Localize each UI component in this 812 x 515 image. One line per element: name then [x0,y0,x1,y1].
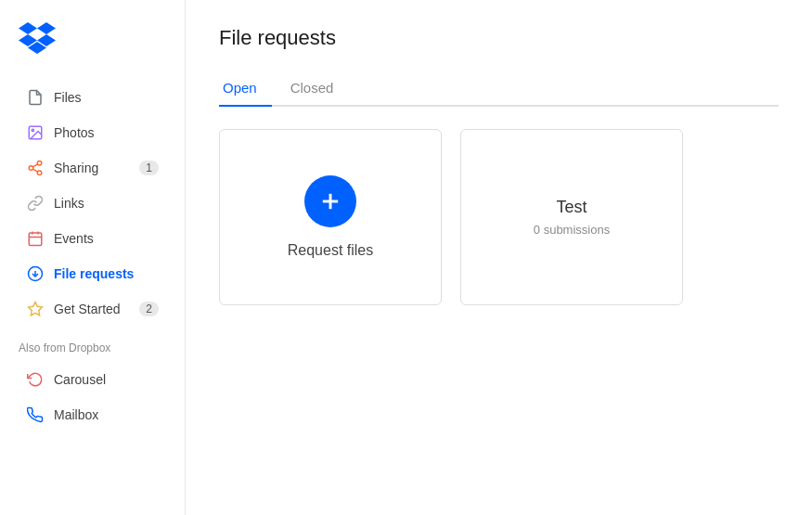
sharing-badge: 1 [139,161,159,175]
page-title: File requests [219,26,779,50]
sidebar-item-get-started[interactable]: Get Started 2 [7,292,177,326]
svg-rect-7 [29,233,42,246]
sidebar: Files Photos [0,0,186,515]
get-started-label: Get Started [54,302,121,316]
mailbox-icon [26,406,45,424]
svg-line-6 [32,164,37,167]
svg-point-3 [29,166,33,171]
files-label: Files [54,90,82,105]
sidebar-item-photos[interactable]: Photos [7,116,177,149]
svg-marker-12 [29,303,43,315]
links-icon [26,194,45,212]
events-icon [26,229,45,248]
sidebar-item-links[interactable]: Links [7,187,177,220]
sidebar-item-sharing[interactable]: Sharing 1 [7,151,177,185]
mailbox-label: Mailbox [54,407,98,422]
also-from-label: Also from Dropbox [0,327,185,362]
add-request-button[interactable] [304,175,356,227]
get-started-icon [26,300,45,318]
svg-point-2 [37,161,42,166]
dropbox-logo[interactable] [0,15,185,80]
file-requests-icon [26,264,45,283]
file-requests-label: File requests [54,266,134,281]
sidebar-item-files[interactable]: Files [7,81,177,114]
cards-area: Request files Test 0 submissions [219,129,779,305]
test-card-title: Test [556,198,586,217]
test-card-subtitle: 0 submissions [534,223,610,237]
svg-point-4 [37,171,42,175]
request-files-card[interactable]: Request files [219,129,442,305]
tab-closed[interactable]: Closed [287,72,349,107]
sidebar-navigation: Files Photos [0,80,185,500]
tab-open[interactable]: Open [219,72,272,107]
sidebar-item-mailbox[interactable]: Mailbox [7,398,177,431]
files-icon [26,88,45,107]
sidebar-item-carousel[interactable]: Carousel [7,363,177,396]
tabs-bar: Open Closed [219,72,779,107]
test-request-card[interactable]: Test 0 submissions [460,129,683,305]
sharing-label: Sharing [54,161,98,175]
request-files-label: Request files [288,242,374,259]
sidebar-item-events[interactable]: Events [7,222,177,255]
photos-icon [26,123,45,142]
links-label: Links [54,196,84,211]
sidebar-item-file-requests[interactable]: File requests [7,257,177,290]
svg-line-5 [32,169,37,172]
main-content: File requests Open Closed Request files … [186,0,812,515]
events-label: Events [54,231,94,246]
photos-label: Photos [54,125,95,140]
carousel-label: Carousel [54,372,106,387]
svg-point-1 [32,129,33,131]
sharing-icon [26,159,45,177]
get-started-badge: 2 [139,302,159,316]
carousel-icon [26,370,45,389]
